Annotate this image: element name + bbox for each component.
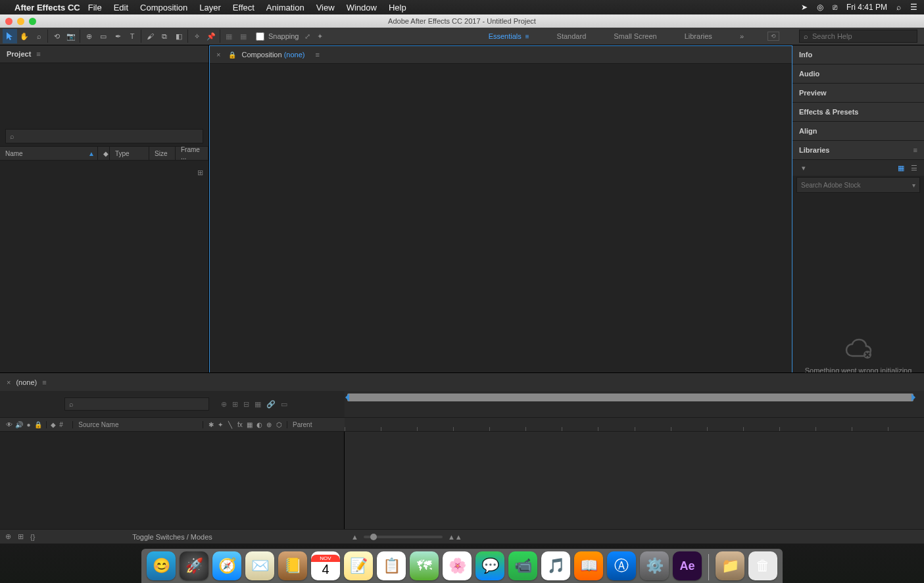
dock-ibooks[interactable]: 📖 xyxy=(574,551,603,580)
brush-tool[interactable]: 🖌 xyxy=(143,29,157,43)
menu-effect[interactable]: Effect xyxy=(233,3,255,13)
workspace-essentials[interactable]: Essentials xyxy=(485,30,533,43)
status-cursor-icon[interactable]: ➤ xyxy=(801,3,808,12)
spotlight-icon[interactable]: ⌕ xyxy=(896,3,901,12)
tl-tool-icon[interactable]: ⊟ xyxy=(243,400,249,409)
puppet-tool[interactable]: 📌 xyxy=(204,29,218,43)
timeline-search[interactable]: ⌕ xyxy=(64,397,209,411)
panel-align[interactable]: Align xyxy=(792,122,924,141)
panel-menu-icon[interactable]: ≡ xyxy=(315,51,319,59)
eraser-tool[interactable]: ◧ xyxy=(172,29,186,43)
tl-foot-icon[interactable]: ⊞ xyxy=(18,532,24,541)
parent-col[interactable]: Parent xyxy=(287,421,339,428)
menu-animation[interactable]: Animation xyxy=(266,3,304,13)
composition-tab-label[interactable]: Composition (none) xyxy=(241,51,304,59)
tl-tool-icon[interactable]: ⊞ xyxy=(232,400,238,409)
col-size[interactable]: Size xyxy=(149,147,176,160)
menu-layer[interactable]: Layer xyxy=(199,3,221,13)
dock-contacts[interactable]: 📒 xyxy=(278,551,307,580)
grid-view-icon[interactable]: ▦ xyxy=(898,164,904,172)
workspace-overflow-icon[interactable]: » xyxy=(736,30,748,43)
flowchart-icon[interactable]: ⊞ xyxy=(197,168,203,177)
snap-option-icon-2[interactable]: ✦ xyxy=(317,32,323,41)
col-frame[interactable]: Frame ... xyxy=(176,147,208,160)
switch-icon[interactable]: ⬡ xyxy=(275,421,283,428)
time-ruler[interactable] xyxy=(345,418,924,431)
dock-mail[interactable]: ✉️ xyxy=(245,551,274,580)
lock-icon[interactable]: 🔒 xyxy=(228,51,236,59)
zoom-tool[interactable]: ⌕ xyxy=(32,29,46,43)
workspace-standard[interactable]: Standard xyxy=(553,30,591,43)
window-maximize-button[interactable] xyxy=(29,18,36,25)
switch-icon[interactable]: ✦ xyxy=(216,421,224,428)
dock-trash[interactable]: 🗑 xyxy=(748,551,777,580)
audio-col-icon[interactable]: 🔊 xyxy=(15,421,23,428)
dock-safari[interactable]: 🧭 xyxy=(212,551,241,580)
dock-notes[interactable]: 📝 xyxy=(344,551,373,580)
dock-photos[interactable]: 🌸 xyxy=(443,551,472,580)
dock-downloads[interactable]: 📁 xyxy=(716,551,744,580)
snapping-checkbox[interactable] xyxy=(256,32,264,41)
window-minimize-button[interactable] xyxy=(17,18,24,25)
panel-effects-presets[interactable]: Effects & Presets xyxy=(792,103,924,122)
tl-tool-icon[interactable]: ⊕ xyxy=(221,400,227,409)
dock-facetime[interactable]: 📹 xyxy=(508,551,537,580)
tl-tool-icon[interactable]: ▭ xyxy=(281,400,287,409)
tl-foot-icon[interactable]: {} xyxy=(30,533,35,541)
type-tool[interactable]: T xyxy=(125,29,139,43)
orbit-tool[interactable]: ⟲ xyxy=(49,29,64,43)
status-cc-icon[interactable]: ◎ xyxy=(817,3,823,12)
panel-menu-icon[interactable]: ≡ xyxy=(913,146,917,154)
solo-col-icon[interactable]: ● xyxy=(25,421,33,428)
project-tab[interactable]: Project xyxy=(7,50,31,58)
extra-tool-1[interactable]: ▦ xyxy=(222,29,236,43)
dock-calendar[interactable]: NOV 4 xyxy=(311,551,340,580)
clone-tool[interactable]: ⧉ xyxy=(157,29,172,43)
switch-icon[interactable]: ✱ xyxy=(207,421,215,428)
menu-composition[interactable]: Composition xyxy=(140,3,187,13)
status-display-icon[interactable]: ⎚ xyxy=(833,3,837,12)
menu-help[interactable]: Help xyxy=(389,3,406,13)
libraries-search[interactable]: Search Adobe Stock ▾ xyxy=(796,177,920,193)
switch-icon[interactable]: ◐ xyxy=(255,421,263,428)
camera-tool[interactable]: 📷 xyxy=(64,29,78,43)
menubar-clock[interactable]: Fri 4:41 PM xyxy=(846,3,887,12)
switch-icon[interactable]: ▦ xyxy=(246,421,254,428)
panel-preview[interactable]: Preview xyxy=(792,84,924,103)
pen-tool[interactable]: ✒ xyxy=(110,29,125,43)
menu-window[interactable]: Window xyxy=(347,3,377,13)
project-search[interactable]: ⌕ xyxy=(5,129,203,143)
rotobrush-tool[interactable]: ✧ xyxy=(189,29,204,43)
timeline-tracks[interactable] xyxy=(345,432,924,529)
timeline-zoom-slider[interactable] xyxy=(364,536,443,538)
dock-reminders[interactable]: 📋 xyxy=(377,551,406,580)
toggle-switches-button[interactable]: Toggle Switches / Modes xyxy=(132,533,212,541)
label-col-icon[interactable]: ◆ xyxy=(46,421,55,428)
col-label-icon[interactable]: ◆ xyxy=(98,147,110,160)
source-col[interactable]: Source Name xyxy=(72,421,198,428)
panel-menu-icon[interactable]: ≡ xyxy=(42,378,46,386)
zoom-in-icon[interactable]: ▲▲ xyxy=(448,533,462,541)
workspace-libraries[interactable]: Libraries xyxy=(681,30,716,43)
timeline-tab-label[interactable]: (none) xyxy=(16,378,37,386)
window-close-button[interactable] xyxy=(5,18,12,25)
dock-itunes[interactable]: 🎵 xyxy=(541,551,570,580)
search-help-field[interactable]: ⌕ xyxy=(799,30,917,43)
dock-messages[interactable]: 💬 xyxy=(475,551,504,580)
hand-tool[interactable]: ✋ xyxy=(17,29,32,43)
rectangle-tool[interactable]: ▭ xyxy=(96,29,110,43)
switch-icon[interactable]: ⊕ xyxy=(265,421,273,428)
col-type[interactable]: Type xyxy=(110,147,149,160)
dock-after-effects[interactable]: Ae xyxy=(673,551,702,580)
timeline-layer-list[interactable] xyxy=(0,432,345,529)
pan-behind-tool[interactable]: ⊕ xyxy=(82,29,96,43)
menu-edit[interactable]: Edit xyxy=(114,3,128,13)
close-tab-icon[interactable]: × xyxy=(7,378,11,386)
lib-dropdown-icon[interactable]: ▾ xyxy=(802,164,806,172)
lock-col-icon[interactable]: 🔒 xyxy=(34,421,42,428)
tl-foot-icon[interactable]: ⊕ xyxy=(5,532,11,541)
search-help-input[interactable] xyxy=(812,32,913,40)
workspace-reset-icon[interactable]: ⟲ xyxy=(767,32,779,41)
switch-icon[interactable]: fx xyxy=(236,421,244,428)
workspace-small-screen[interactable]: Small Screen xyxy=(610,30,660,43)
